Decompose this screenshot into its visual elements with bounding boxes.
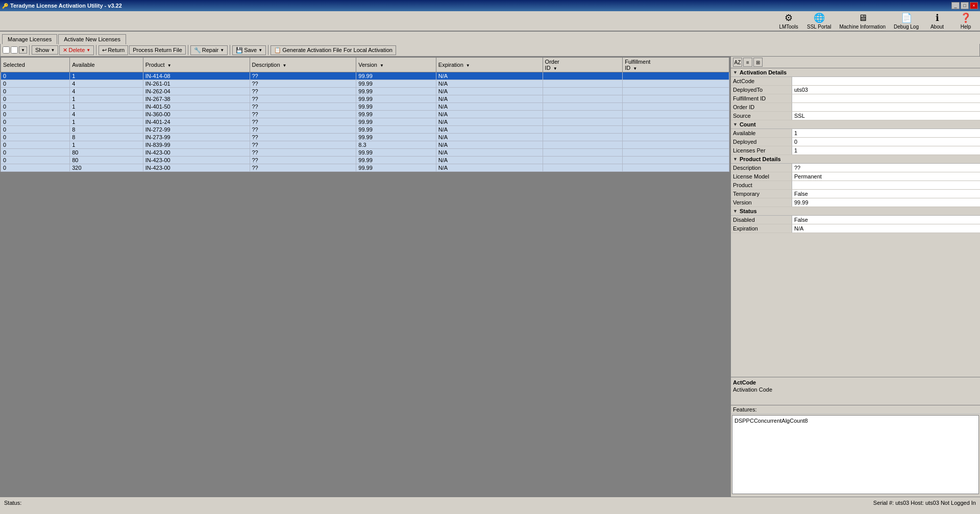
- prop-value-disabled[interactable]: False: [792, 216, 980, 224]
- prop-value-expiration[interactable]: N/A: [792, 224, 980, 233]
- table-row[interactable]: 0320IN-423-00??99.99N/A: [1, 164, 729, 172]
- section-header-activation-details[interactable]: ▼ Activation Details: [731, 68, 980, 77]
- status-text: Status:: [4, 500, 21, 506]
- cell-order_id: [543, 126, 623, 134]
- table-row[interactable]: 01IN-839-99??8.3N/A: [1, 141, 729, 149]
- prop-value-actcode[interactable]: [792, 77, 980, 85]
- table-row[interactable]: 08IN-272-99??99.99N/A: [1, 126, 729, 134]
- help-button[interactable]: ❓ Help: [955, 12, 976, 30]
- prop-value-temporary[interactable]: False: [792, 190, 980, 198]
- prop-value-orderid[interactable]: [792, 103, 980, 111]
- close-button[interactable]: ×: [970, 2, 978, 9]
- prop-value-fulfillmentid[interactable]: [792, 94, 980, 102]
- col-header-version[interactable]: Version ▼: [356, 58, 436, 72]
- cell-product: IN-360-00: [143, 111, 250, 118]
- show-button[interactable]: Show ▼: [32, 45, 58, 55]
- table-row[interactable]: 04IN-262-04??99.99N/A: [1, 88, 729, 95]
- col-header-order-id[interactable]: Order ID ▼: [543, 58, 623, 72]
- minimize-button[interactable]: _: [951, 2, 960, 9]
- cell-fulfillment_id: [623, 164, 729, 172]
- cell-product: IN-414-08: [143, 72, 250, 80]
- prop-value-description[interactable]: ??: [792, 164, 980, 172]
- cell-version: 99.99: [356, 95, 436, 103]
- col-header-available[interactable]: Available: [70, 58, 143, 72]
- section-header-count[interactable]: ▼ Count: [731, 120, 980, 129]
- prop-label-description: Description: [731, 164, 792, 172]
- section-header-product-details[interactable]: ▼ Product Details: [731, 155, 980, 164]
- deselect-checkbox[interactable]: [11, 46, 18, 54]
- prop-value-available[interactable]: 1: [792, 129, 980, 137]
- show-label: Show: [35, 47, 50, 53]
- sort-category-button[interactable]: ≡: [743, 58, 752, 67]
- cell-order_id: [543, 80, 623, 88]
- repair-button[interactable]: 🔧 Repair ▼: [190, 45, 228, 55]
- delete-button[interactable]: ✕ Delete ▼: [59, 45, 94, 55]
- prop-value-licenses-per[interactable]: 1: [792, 146, 980, 155]
- tab-manage-licenses[interactable]: Manage Licenses: [2, 34, 57, 44]
- col-header-product[interactable]: Product ▼: [143, 58, 250, 72]
- table-row[interactable]: 01IN-401-24??99.99N/A: [1, 118, 729, 126]
- cell-version: 99.99: [356, 157, 436, 164]
- sort-alpha-button[interactable]: AZ: [733, 58, 742, 67]
- ssl-portal-button[interactable]: 🌐 SSL Portal: [807, 12, 831, 30]
- about-button[interactable]: ℹ About: [927, 12, 947, 30]
- cell-version: 99.99: [356, 103, 436, 111]
- title-bar: 🔑 Teradyne License Activation Utility - …: [0, 0, 980, 11]
- cell-version: 99.99: [356, 111, 436, 118]
- cell-expiration: N/A: [436, 118, 543, 126]
- cell-product: IN-423-00: [143, 164, 250, 172]
- cell-description: ??: [250, 80, 356, 88]
- cell-order_id: [543, 164, 623, 172]
- separator-2: [96, 45, 96, 55]
- select-all-checkbox[interactable]: [3, 46, 10, 54]
- table-row[interactable]: 04IN-261-01??99.99N/A: [1, 80, 729, 88]
- cell-expiration: N/A: [436, 103, 543, 111]
- table-row[interactable]: 04IN-360-00??99.99N/A: [1, 111, 729, 118]
- properties-button[interactable]: ⊞: [753, 58, 763, 67]
- tab-activate-licenses[interactable]: Activate New Licenses: [58, 34, 126, 44]
- prop-label-source: Source: [731, 112, 792, 120]
- generate-activation-button[interactable]: 📋 Generate Activation File For Local Act…: [271, 45, 396, 55]
- save-button[interactable]: 💾 Save ▼: [232, 45, 266, 55]
- table-row[interactable]: 01IN-267-38??99.99N/A: [1, 95, 729, 103]
- debug-log-button[interactable]: 📄 Debug Log: [894, 12, 919, 30]
- prop-value-deployed[interactable]: 0: [792, 138, 980, 146]
- lmtools-button[interactable]: ⚙ LMTools: [778, 12, 799, 30]
- top-toolbar: ⚙ LMTools 🌐 SSL Portal 🖥 Machine Informa…: [0, 11, 980, 32]
- cell-available: 1: [70, 103, 143, 111]
- delete-label: Delete: [68, 47, 85, 53]
- process-label: Process Return File: [133, 47, 182, 53]
- status-bar: Status: Serial #: uts03 Host: uts03 Not …: [0, 497, 980, 508]
- cell-product: IN-261-01: [143, 80, 250, 88]
- table-row[interactable]: 080IN-423-00??99.99N/A: [1, 157, 729, 164]
- prop-value-version[interactable]: 99.99: [792, 198, 980, 207]
- maximize-button[interactable]: □: [961, 2, 969, 9]
- col-header-description[interactable]: Description ▼: [250, 58, 356, 72]
- cell-selected: 0: [1, 149, 70, 157]
- cell-order_id: [543, 72, 623, 80]
- table-row[interactable]: 08IN-273-99??99.99N/A: [1, 134, 729, 141]
- license-table-panel: Selected Available Product ▼ Description…: [0, 57, 730, 497]
- serial-info: Serial #: uts03 Host: uts03 Not Logged I…: [873, 500, 976, 506]
- process-return-button[interactable]: Process Return File: [129, 45, 186, 55]
- table-row[interactable]: 01IN-414-08??99.99N/A: [1, 72, 729, 80]
- col-header-selected[interactable]: Selected: [1, 58, 70, 72]
- cell-available: 1: [70, 141, 143, 149]
- col-header-fulfillment-id[interactable]: Fulfillment ID ▼: [623, 58, 729, 72]
- return-button[interactable]: ↩ Return: [99, 45, 128, 55]
- col-header-expiration[interactable]: Expiration ▼: [436, 58, 543, 72]
- prop-value-license-model[interactable]: Permanent: [792, 172, 980, 181]
- prop-label-license-model: License Model: [731, 172, 792, 181]
- machine-info-button[interactable]: 🖥 Machine Information: [839, 13, 886, 30]
- prop-value-deployedto[interactable]: uts03: [792, 86, 980, 94]
- section-header-status[interactable]: ▼ Status: [731, 207, 980, 216]
- property-grid: ▼ Activation Details ActCode DeployedTo …: [731, 68, 980, 377]
- about-icon: ℹ: [936, 12, 939, 23]
- table-row[interactable]: 01IN-401-50??99.99N/A: [1, 103, 729, 111]
- prop-value-source[interactable]: SSL: [792, 112, 980, 120]
- cell-expiration: N/A: [436, 88, 543, 95]
- table-row[interactable]: 080IN-423-00??99.99N/A: [1, 149, 729, 157]
- arrow-down-btn[interactable]: ▼: [19, 46, 27, 54]
- prop-value-product[interactable]: [792, 181, 980, 189]
- cell-selected: 0: [1, 80, 70, 88]
